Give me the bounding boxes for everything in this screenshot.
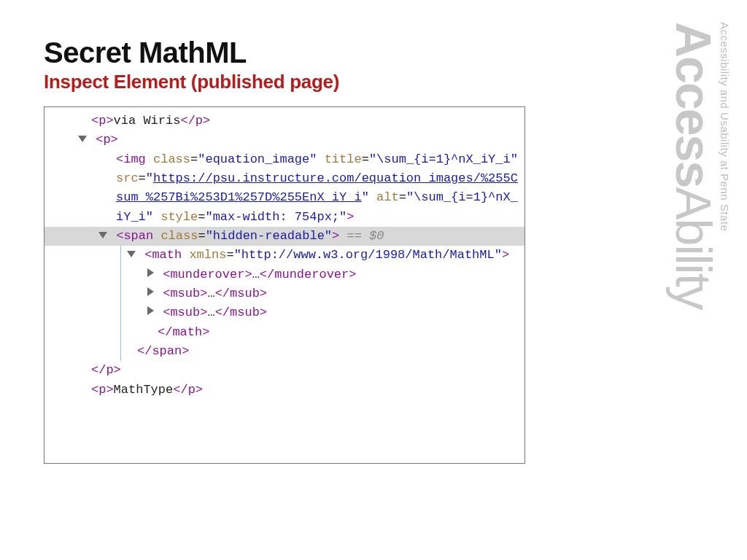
disclosure-right-icon[interactable] — [147, 287, 154, 296]
tag-math-open: <math — [144, 248, 182, 262]
tag-p-open: <p> — [91, 383, 114, 397]
brand-word-1: Access — [666, 22, 721, 187]
tag-p-open: <p> — [96, 133, 118, 147]
code-line-img: <img class="equation_image" title="\sum_… — [47, 150, 522, 227]
tag-math-close: </math> — [158, 325, 209, 339]
tag-msub-close: </msub> — [215, 306, 267, 319]
code-line: <p>via Wiris</p> — [47, 112, 522, 131]
tag-p-open: <p> — [91, 114, 114, 128]
disclosure-down-icon[interactable] — [98, 232, 107, 238]
disclosure-right-icon[interactable] — [147, 306, 154, 315]
nest-guide: <math xmlns="http://www.w3.org/1998/Math… — [120, 246, 522, 361]
code-line: <p>MathType</p> — [47, 381, 522, 400]
tag-p-close: </p> — [180, 114, 210, 128]
code-line[interactable]: <munderover>…</munderover> — [127, 265, 522, 284]
code-line[interactable]: <math xmlns="http://www.w3.org/1998/Math… — [127, 246, 522, 265]
attr-alt: alt — [369, 190, 399, 204]
tag-msub-open: <msub> — [163, 306, 207, 319]
ellipsis: … — [252, 268, 260, 281]
tag-munderover-open: <munderover> — [163, 268, 252, 281]
attr-style: style — [153, 210, 198, 224]
brand-word-2: Ability — [666, 187, 721, 308]
page-subtitle: Inspect Element (published page) — [44, 71, 703, 93]
tag-end: > — [502, 248, 509, 262]
str-xmlns: "http://www.w3.org/1998/Math/MathML" — [234, 248, 502, 262]
ellipsis: … — [207, 287, 214, 300]
tag-end: > — [347, 210, 354, 224]
tag-span-open: <span — [116, 229, 153, 243]
tag-munderover-close: </munderover> — [260, 268, 357, 281]
brand-sidebar: Accessibility and Usability at Penn Stat… — [669, 22, 740, 309]
tag-p-close: </p> — [91, 363, 121, 377]
tag-span-close: </span> — [137, 344, 189, 358]
tag-msub-open: <msub> — [163, 287, 207, 300]
brand-logo: AccessAbility — [669, 22, 719, 309]
attr-title: title — [317, 152, 361, 166]
text-node: MathType — [114, 383, 174, 397]
attr-src: src — [116, 171, 139, 185]
inspector-panel: <p>via Wiris</p> <p> <img class="equatio… — [44, 106, 525, 464]
disclosure-right-icon[interactable] — [147, 268, 154, 277]
str-title: "\sum_{i=1}^nX_iY_i" — [369, 152, 518, 166]
str-class: "equation_image" — [198, 152, 317, 166]
page-title: Secret MathML — [44, 36, 703, 69]
ellipsis: … — [207, 306, 214, 319]
code-line[interactable]: <msub>…</msub> — [127, 303, 522, 322]
disclosure-down-icon[interactable] — [78, 136, 87, 142]
code-line-selected[interactable]: <span class="hidden-readable"> == $0 — [44, 227, 525, 246]
attr-class: class — [153, 229, 198, 243]
attr-xmlns: xmlns — [182, 248, 226, 262]
code-line: </span> — [127, 342, 522, 361]
selection-marker: == $0 — [339, 229, 384, 243]
code-line: </math> — [127, 323, 522, 342]
tag-end: > — [332, 229, 339, 243]
str-style: "max-width: 754px;" — [205, 210, 347, 224]
disclosure-down-icon[interactable] — [127, 251, 136, 257]
text-node: via Wiris — [114, 114, 181, 128]
code-line[interactable]: <p> — [47, 131, 522, 149]
code-line[interactable]: <msub>…</msub> — [127, 284, 522, 303]
code-line: </p> — [47, 361, 522, 380]
tag-msub-close: </msub> — [215, 287, 267, 300]
tag-p-close: </p> — [173, 383, 203, 397]
str-class: "hidden-readable" — [206, 229, 332, 243]
tag-img: <img — [116, 152, 146, 166]
attr-class: class — [146, 152, 190, 166]
